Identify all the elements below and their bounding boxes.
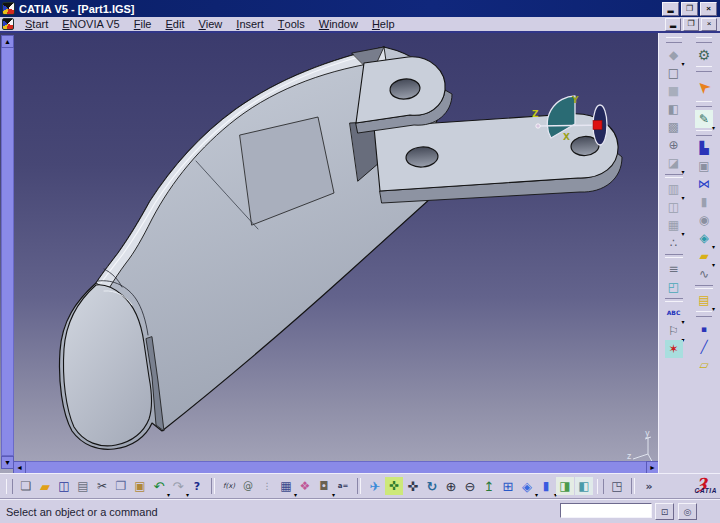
scroll-up-arrow[interactable]: ▲	[1, 35, 14, 48]
open-folder-icon[interactable]: ▰	[36, 477, 54, 495]
minimize-button[interactable]: ▂	[662, 2, 679, 16]
scroll-left-arrow[interactable]: ◄	[13, 461, 26, 473]
box-cylinder-icon[interactable]: ◰	[665, 278, 683, 296]
select-pointer-icon[interactable]: ➤	[692, 75, 716, 99]
undo-icon[interactable]: ↶▾	[150, 477, 168, 495]
toolbar-separator	[665, 254, 683, 258]
shaded-view-icon[interactable]: ◪▾	[665, 154, 683, 172]
point-icon[interactable]: ▪	[695, 320, 713, 338]
teal-cube-icon[interactable]: ◈▾	[695, 229, 713, 247]
patterned-box-icon[interactable]: ▩	[665, 118, 683, 136]
part-body-icon[interactable]: ▙	[695, 139, 713, 157]
new-document-icon[interactable]: ❏	[17, 477, 35, 495]
lock-knowledge-icon[interactable]: ◘▾	[315, 477, 333, 495]
mdi-close-button[interactable]: ×	[701, 18, 717, 31]
join-surfaces-icon[interactable]: ⋈	[695, 175, 713, 193]
iso-view-icon[interactable]: ◈▾	[518, 477, 536, 495]
sketcher-icon[interactable]: ✎▾	[695, 110, 713, 128]
menu-window[interactable]: Window	[312, 17, 365, 31]
copy-icon[interactable]: ❐	[112, 477, 130, 495]
render-style-box-icon[interactable]: ◆▾	[665, 46, 683, 64]
split-view-icon[interactable]: ◫	[665, 198, 683, 216]
line-icon[interactable]: ╱	[695, 338, 713, 356]
save-floppy-icon[interactable]: ◫	[55, 477, 73, 495]
power-input-expand-button[interactable]: ◎	[678, 503, 697, 520]
quad-view-icon[interactable]: ⊞	[499, 477, 517, 495]
compass-3d[interactable]: Y X Z	[530, 93, 622, 151]
cylinder-pad-icon[interactable]: ▮	[695, 193, 713, 211]
surface-fill-icon[interactable]: ▰▾	[695, 247, 713, 265]
axis-points-icon[interactable]: ∴	[665, 234, 683, 252]
zoom-out-icon[interactable]: ⊖	[461, 477, 479, 495]
menu-tools[interactable]: Tools	[271, 17, 312, 31]
catia-brand-logo: Ȝ CATIA	[671, 473, 717, 498]
zoom-in-icon[interactable]: ⊕	[442, 477, 460, 495]
grid-icon[interactable]: ▦▾	[665, 216, 683, 234]
cut-scissors-icon[interactable]: ✂	[93, 477, 111, 495]
compass-manipulation-handle[interactable]	[593, 121, 602, 130]
window-controls: ▂❐×	[662, 2, 720, 16]
overflow-chevron[interactable]: »	[640, 477, 658, 495]
mini-link-icon[interactable]: ⋮	[258, 477, 276, 495]
menu-bar: StartENOVIA V5FileEditViewInsertToolsWin…	[0, 17, 720, 32]
formula-fx-icon[interactable]: f(x)	[220, 477, 238, 495]
document-icon[interactable]	[2, 18, 14, 30]
sphere-frame-icon[interactable]: ◉	[695, 211, 713, 229]
menu-start[interactable]: Start	[18, 17, 55, 31]
sweep-surface-icon[interactable]: ∿	[695, 265, 713, 283]
check-rules-icon[interactable]: a=	[334, 477, 352, 495]
scroll-right-arrow[interactable]: ►	[646, 461, 658, 473]
bottom-toolbar-icons: ❏▰◫▤✂❐▣↶▾↷▾?f(x)@⋮▦▾❖◘▾a=✈✜✜↻⊕⊖↥⊞◈▾▮▾◨◧◳…	[3, 477, 658, 495]
half-shaded-box-icon[interactable]: ◧	[665, 100, 683, 118]
viewport-3d[interactable]: Y X Z y z x ▲ ▼ ◄ ►	[0, 33, 658, 473]
menu-file[interactable]: File	[127, 17, 159, 31]
chat-bubble-icon[interactable]: @	[239, 477, 257, 495]
compass-free-rotation-handle[interactable]	[536, 124, 540, 128]
toolbar-separator	[211, 478, 215, 494]
pan-icon[interactable]: ✜	[404, 477, 422, 495]
print-icon[interactable]: ▤	[74, 477, 92, 495]
toolbar-separator	[695, 285, 713, 289]
restore-button[interactable]: ❐	[681, 2, 698, 16]
relations-icon[interactable]: ❖	[296, 477, 314, 495]
viewport-left-scroll-strip[interactable]	[1, 35, 14, 456]
context-help-icon[interactable]: ?	[188, 477, 206, 495]
wireframe-view-icon[interactable]: ◧	[575, 477, 593, 495]
menu-insert[interactable]: Insert	[229, 17, 271, 31]
menu-help[interactable]: Help	[365, 17, 402, 31]
solid-box-icon[interactable]: ■	[665, 82, 683, 100]
mdi-minimize-button[interactable]: ▂	[665, 18, 681, 31]
redo-icon[interactable]: ↷▾	[169, 477, 187, 495]
normal-view-icon[interactable]: ↥	[480, 477, 498, 495]
stack-constraints-icon[interactable]: ≡	[665, 260, 683, 278]
text-annotation-icon[interactable]: ABC▾	[665, 304, 683, 322]
triad-z-label: z	[627, 452, 631, 461]
rotate-icon[interactable]: ↻	[423, 477, 441, 495]
fly-mode-icon[interactable]: ✈	[366, 477, 384, 495]
cylinder-pair-icon[interactable]: ▥▾	[665, 180, 683, 198]
axis-system-icon[interactable]: ✶	[665, 340, 683, 358]
frame-bound-icon[interactable]: ▣	[695, 157, 713, 175]
menu-enovia-v5[interactable]: ENOVIA V5	[55, 17, 126, 31]
flag-balloon-icon[interactable]: ⚐▾	[665, 322, 683, 340]
fit-all-in-icon[interactable]: ✜	[385, 477, 403, 495]
mdi-restore-button[interactable]: ❐	[683, 18, 699, 31]
viewport-bottom-scroll-strip[interactable]	[13, 461, 648, 473]
close-button[interactable]: ×	[700, 2, 717, 16]
settings-gear-icon[interactable]: ⚙	[695, 46, 713, 64]
paste-icon[interactable]: ▣	[131, 477, 149, 495]
menu-edit[interactable]: Edit	[158, 17, 191, 31]
menu-view[interactable]: View	[191, 17, 229, 31]
toolbar-grip	[666, 37, 682, 43]
plane-icon[interactable]: ▱	[695, 356, 713, 374]
catia-app-icon[interactable]	[2, 2, 15, 15]
multi-surface-icon[interactable]: ▤▾	[695, 291, 713, 309]
design-table-icon[interactable]: ▦▾	[277, 477, 295, 495]
catalog-icon[interactable]: ◳	[608, 477, 626, 495]
power-input-field[interactable]	[560, 503, 652, 518]
crosshair-target-icon[interactable]: ⊕	[665, 136, 683, 154]
hidden-line-icon[interactable]: ◨	[556, 477, 574, 495]
wireframe-box-icon[interactable]: □	[665, 64, 683, 82]
render-style-icon[interactable]: ▮▾	[537, 477, 555, 495]
dialog-display-button[interactable]: ⊡	[655, 503, 674, 520]
